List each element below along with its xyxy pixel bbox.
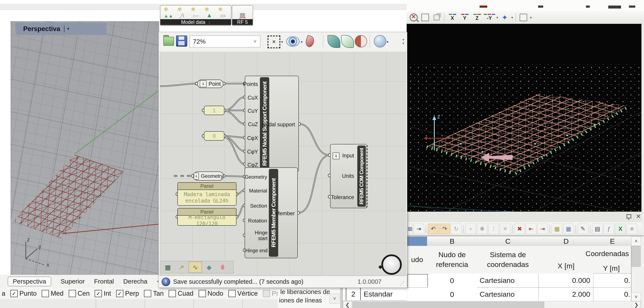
col-c-header[interactable]: C bbox=[477, 236, 539, 246]
line-support-icon[interactable]: ✶▲▲ bbox=[162, 6, 174, 18]
viewport-title-bar[interactable]: Perspectiva ▼ bbox=[16, 23, 106, 35]
workplane-dropdown-icon[interactable]: ▾ bbox=[530, 16, 532, 20]
workplane-box-icon[interactable] bbox=[518, 12, 528, 22]
input-section[interactable]: Section bbox=[250, 203, 267, 209]
delete-row-icon[interactable]: ✖ bbox=[514, 224, 525, 234]
zoom-level-combo[interactable]: 72% ˅ bbox=[190, 36, 260, 48]
redo-icon[interactable]: ↷ bbox=[440, 224, 450, 234]
number-slider-1[interactable]: 1 bbox=[204, 106, 224, 115]
geometry-param[interactable]: ⇓ Geometry bbox=[193, 172, 224, 180]
table-hscrollbar[interactable]: ❮ ❯ bbox=[343, 301, 641, 308]
scroll-right-icon[interactable]: ❯ bbox=[632, 301, 641, 308]
output-nodal-support[interactable]: Nodal support bbox=[262, 122, 295, 128]
undo-icon[interactable]: ↶ bbox=[428, 224, 438, 234]
member-component[interactable]: Geometry Material Section Rotation Hinge… bbox=[244, 168, 298, 258]
node-icon[interactable]: ✶○─ bbox=[190, 6, 202, 18]
checkbox-med[interactable] bbox=[42, 290, 49, 297]
input-points[interactable]: Points bbox=[243, 81, 258, 87]
member-icon[interactable]: ✶╱I bbox=[176, 6, 188, 18]
row2-number-cell[interactable]: 2 bbox=[346, 288, 361, 300]
zoom-cancel-icon[interactable]: ✕ bbox=[409, 12, 418, 22]
scroll-up-icon[interactable]: ˄ bbox=[631, 236, 641, 246]
insert-icon[interactable]: ＋ bbox=[465, 224, 476, 234]
wireframe-cube-icon[interactable] bbox=[420, 12, 430, 22]
rotate-dropdown-icon[interactable]: ▾ bbox=[511, 16, 513, 20]
row2-x[interactable]: 2.000 bbox=[539, 288, 594, 301]
checkbox-cuad[interactable] bbox=[169, 290, 176, 297]
toolbar-collapse-icon[interactable]: ▼▼ bbox=[402, 38, 405, 45]
row1-nudo-ref[interactable]: 0 bbox=[427, 274, 477, 288]
checkbox-tan[interactable] bbox=[144, 290, 151, 297]
edit-comment-icon[interactable]: ✎ bbox=[578, 224, 588, 234]
scroll-down-icon[interactable]: ˅ bbox=[631, 292, 641, 302]
clipboard-stats-icon[interactable]: ▤ bbox=[592, 224, 603, 234]
osnap-perp[interactable]: ✓Perp bbox=[116, 290, 139, 297]
calculator-icon[interactable]: ⌗ bbox=[626, 224, 637, 234]
row1-y[interactable]: 0. bbox=[594, 274, 631, 288]
input-cphiz[interactable]: CφZ bbox=[247, 162, 258, 168]
refresh-icon[interactable]: ↻ bbox=[451, 224, 462, 234]
input-hinge-end[interactable]: Hinge end bbox=[245, 248, 268, 254]
input-cux[interactable]: CuX bbox=[248, 95, 258, 101]
checkbox-nodo[interactable] bbox=[199, 290, 206, 297]
gem-tool-icon[interactable]: ◆ bbox=[203, 262, 216, 272]
rhino-viewport[interactable]: Perspectiva ▼ z y x bbox=[11, 21, 159, 275]
osnap-cuad[interactable]: Cuad bbox=[169, 290, 193, 297]
combo-caret-icon[interactable]: ˅ bbox=[250, 36, 260, 47]
osnap-punto[interactable]: ✓Punto bbox=[10, 290, 36, 297]
osnap-med[interactable]: Med bbox=[42, 290, 64, 297]
view-x-button[interactable]: X bbox=[447, 12, 458, 22]
input-cuy[interactable]: CuY bbox=[248, 108, 258, 114]
insert-row-below-icon[interactable]: ⇥ bbox=[537, 224, 548, 234]
com-input-arrow-icon[interactable]: ⇓ bbox=[333, 152, 340, 159]
section-panel[interactable]: Panel M-Rectángulo 120/120 bbox=[178, 208, 236, 226]
col-e-header[interactable]: E bbox=[594, 236, 632, 246]
osnap-vertice[interactable]: Vértice bbox=[228, 290, 258, 297]
table-grid-icon[interactable]: ▦ bbox=[563, 224, 574, 234]
point-param-arrow-icon[interactable]: ⇓ bbox=[200, 80, 206, 87]
checkbox-cen[interactable] bbox=[69, 290, 76, 297]
group-expand-icon[interactable]: ↓ bbox=[208, 20, 210, 24]
preview-eye-icon[interactable] bbox=[286, 36, 300, 46]
isometric-cubes-icon[interactable] bbox=[432, 12, 442, 22]
view-dropdown-icon[interactable]: ▾ bbox=[496, 16, 498, 20]
row2-type-cell[interactable]: Estandar bbox=[360, 288, 410, 300]
row1-sistema[interactable]: Cartesiano bbox=[477, 274, 539, 288]
input-material[interactable]: Material bbox=[249, 188, 267, 194]
point-param[interactable]: ⇓ Point bbox=[197, 80, 223, 88]
osnap-nodo[interactable]: Nodo bbox=[199, 290, 223, 297]
material-panel[interactable]: Panel Madera laminada encolada GL24h bbox=[178, 182, 236, 206]
tab-perspectiva[interactable]: Perspectiva bbox=[8, 276, 51, 286]
checkbox-vertice[interactable] bbox=[228, 290, 236, 297]
gh-canvas[interactable]: ⇓ Point 1 0 Points CuX CuY CuZ CφX CφY C… bbox=[160, 52, 406, 276]
preview-shaded-icon[interactable] bbox=[355, 35, 367, 48]
input-cphix[interactable]: CφX bbox=[247, 135, 258, 141]
more-icon[interactable]: ⁞ bbox=[488, 224, 499, 234]
checkbox-punto[interactable]: ✓ bbox=[10, 290, 18, 297]
ellipse-tool-icon[interactable]: ⬮ bbox=[216, 262, 229, 272]
row2-col-a[interactable] bbox=[407, 288, 427, 302]
viewport-menu-arrow-icon[interactable]: ▼ bbox=[66, 27, 70, 31]
special-icon[interactable]: ✱ bbox=[477, 224, 488, 234]
canvas-compass[interactable]: ◆ bbox=[381, 254, 402, 275]
table-view-icon[interactable]: ▦ bbox=[552, 224, 562, 234]
input-tolerance[interactable]: Tolerance bbox=[331, 194, 354, 200]
view-y-button[interactable]: Y bbox=[460, 12, 470, 22]
eye-dropdown-icon[interactable]: ▾ bbox=[301, 40, 303, 44]
resize-grip-icon[interactable]: ⋰ bbox=[400, 280, 405, 286]
zoom-dropdown-icon[interactable]: ▾ bbox=[281, 40, 283, 44]
col-b-header[interactable]: B bbox=[427, 236, 477, 246]
rf5-group-label[interactable]: RF 5 bbox=[232, 19, 253, 25]
close-icon[interactable]: ✕ bbox=[636, 213, 641, 220]
zoom-extents-icon[interactable]: ✕ bbox=[268, 36, 280, 48]
table-nav-partial-icon[interactable]: ⊞ bbox=[408, 224, 412, 234]
ribbon-group-label[interactable]: Model data ↓ bbox=[160, 19, 231, 25]
tab-frontal[interactable]: Frontal bbox=[94, 278, 114, 285]
com-component[interactable]: ⇓ Input Units Tolerance RFEM5 COM Compon… bbox=[330, 144, 368, 208]
checkbox-perp[interactable]: ✓ bbox=[116, 290, 123, 297]
osnap-cen[interactable]: Cen bbox=[69, 290, 90, 297]
input-geometry[interactable]: Geometry bbox=[245, 174, 267, 180]
tab-derecha[interactable]: Derecha bbox=[123, 278, 148, 285]
hscroll-thumb[interactable] bbox=[352, 302, 544, 308]
preview-wire-icon[interactable] bbox=[341, 35, 354, 48]
